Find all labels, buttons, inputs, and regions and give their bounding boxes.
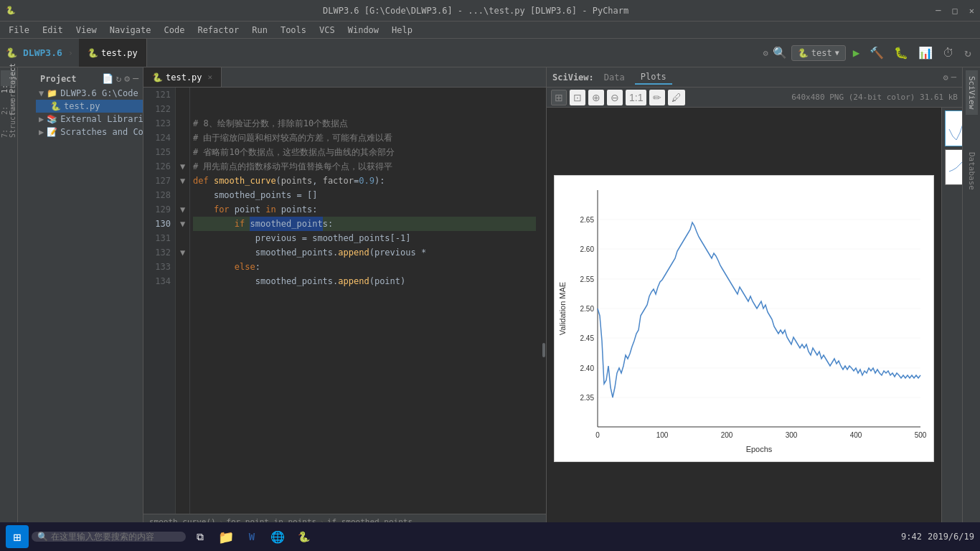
sciview-tab-data[interactable]: Data (598, 71, 631, 84)
menu-help[interactable]: Help (386, 24, 418, 37)
tab-filename: test.py (166, 72, 202, 83)
fold-130[interactable]: ▼ (176, 217, 189, 231)
img-btn-zoom-in[interactable]: ⊕ (588, 90, 604, 105)
coverage-button[interactable]: 📊 (915, 44, 936, 61)
line-124: 124 (148, 131, 171, 145)
thumbnail-2[interactable] (945, 149, 962, 185)
comment-123: # 8、绘制验证分数，排除前10个数据点 (193, 116, 348, 131)
fold-126[interactable]: ▼ (176, 159, 189, 174)
menu-tools[interactable]: Tools (275, 24, 312, 37)
vtab-database[interactable]: Database (966, 146, 978, 196)
pycharm-app[interactable]: 🐍 (292, 525, 315, 548)
tree-item-external[interactable]: ▶ 📚 External Libraries (36, 113, 143, 126)
fold-127[interactable]: ▼ (176, 174, 189, 188)
fold-132[interactable]: ▼ (176, 245, 189, 260)
menu-edit[interactable]: Edit (37, 24, 69, 37)
build-button[interactable]: 🔨 (867, 44, 887, 61)
line-126: 126 (148, 159, 171, 174)
activity-bar: 1: Project 2: Favorites 7: Structure (0, 67, 18, 529)
search-area: 🔍 (32, 532, 186, 542)
vcs-button[interactable]: ↻ (961, 44, 974, 61)
line-134: 134 (148, 274, 171, 288)
img-btn-edit2[interactable]: 🖊 (668, 90, 685, 105)
expand-arrow-ext: ▶ (39, 114, 44, 124)
line-130: 130 (148, 217, 171, 231)
chrome-app[interactable]: 🌐 (266, 525, 289, 548)
menu-view[interactable]: View (70, 24, 103, 37)
activity-structure[interactable]: 7: Structure (1, 110, 17, 126)
sync-icon[interactable]: ↻ (116, 73, 122, 84)
menu-window[interactable]: Window (342, 24, 385, 37)
menu-refactor[interactable]: Refactor (192, 24, 245, 37)
fold-134 (176, 274, 189, 288)
colon-129: : (312, 202, 317, 217)
x-axis-label: Epochs (746, 445, 773, 453)
ytick-255: 2.55 (580, 276, 595, 283)
editor-tab-testpy[interactable]: 🐍 test.py ✕ (143, 67, 222, 87)
sciview-tab-plots[interactable]: Plots (635, 70, 672, 85)
tree-item-scratches[interactable]: ▶ 📝 Scratches and Con (36, 126, 143, 138)
main-area: 1: Project 2: Favorites 7: Structure Pro… (0, 67, 980, 529)
menu-code[interactable]: Code (159, 24, 191, 37)
titlebar: 🐍 DLWP3.6 [G:\Code\DLWP3.6] - ...\test.p… (0, 0, 980, 22)
start-button[interactable]: ⊞ (6, 525, 29, 548)
menu-run[interactable]: Run (246, 24, 273, 37)
fold-121 (176, 88, 189, 102)
tree-item-dlwp[interactable]: ▼ 📁 DLWP3.6 G:\Code (36, 87, 143, 100)
img-btn-list[interactable]: ⊡ (570, 90, 585, 105)
vtab-sciview[interactable]: SciView (966, 70, 978, 115)
word-app[interactable]: W (240, 525, 263, 548)
dropdown-arrow: ▼ (835, 49, 839, 57)
project-logo: DLWP3.6 (23, 47, 62, 58)
search-everywhere-icon[interactable]: 🔍 (773, 46, 787, 60)
sciview-minimize-icon[interactable]: ─ (951, 72, 956, 83)
svg-rect-2 (946, 150, 962, 185)
indent-128 (193, 188, 214, 202)
debug-button[interactable]: 🐛 (891, 44, 911, 61)
img-btn-grid[interactable]: ⊞ (551, 90, 567, 105)
menu-file[interactable]: File (3, 24, 35, 37)
python-icon: 🐍 (88, 48, 98, 58)
close-button[interactable]: ✕ (969, 6, 974, 16)
code-line-122 (193, 102, 536, 116)
tree-label-testpy: test.py (64, 101, 100, 111)
img-btn-edit1[interactable]: ✏ (649, 90, 665, 105)
paren-127: ( (276, 174, 281, 188)
tree-item-testpy[interactable]: 🐍 test.py (36, 100, 143, 113)
line-121: 121 (148, 88, 171, 102)
thumbnail-1[interactable] (945, 110, 962, 146)
menu-navigate[interactable]: Navigate (104, 24, 157, 37)
fold-123 (176, 116, 189, 131)
var-smoothed-idx: smoothed_points (312, 231, 390, 245)
fold-133 (176, 260, 189, 274)
titlebar-title: DLWP3.6 [G:\Code\DLWP3.6] - ...\test.py … (16, 6, 936, 16)
img-btn-actual[interactable]: 1:1 (626, 90, 646, 105)
colon-130: : (328, 217, 333, 231)
sciview-settings-icon[interactable]: ⚙ (943, 72, 948, 83)
expand-arrow-scratch: ▶ (39, 127, 44, 137)
new-file-icon[interactable]: 📄 (102, 73, 113, 84)
settings-icon[interactable]: ⚙ (763, 48, 768, 58)
maximize-button[interactable]: □ (953, 6, 958, 16)
run-config-dropdown[interactable]: 🐍 test ▼ (791, 45, 846, 61)
toolbar-file-tab[interactable]: 🐍 test.py (79, 39, 147, 67)
taskbar-search-input[interactable] (51, 532, 180, 542)
comma-127: , (312, 174, 322, 188)
sciview-thumbnails: ✕ (941, 108, 962, 529)
explorer-app[interactable]: 📁 (215, 525, 237, 548)
editor-scrollbar[interactable] (539, 88, 546, 514)
fold-129[interactable]: ▼ (176, 202, 189, 217)
code-content[interactable]: # 8、绘制验证分数，排除前10个数据点 # 由于缩放问题和相对较高的方差，可能… (190, 88, 539, 514)
run-button[interactable]: ▶ (850, 44, 863, 61)
img-btn-zoom-out[interactable]: ⊖ (607, 90, 623, 105)
taskview-button[interactable]: ⧉ (189, 525, 212, 548)
profile-button[interactable]: ⏱ (940, 44, 957, 61)
menu-vcs[interactable]: VCS (314, 24, 341, 37)
py-icon-tab: 🐍 (152, 72, 163, 83)
collapse-icon[interactable]: ─ (133, 73, 138, 84)
minimize-button[interactable]: ─ (936, 6, 941, 16)
code-line-130[interactable]: if smoothed_points: (193, 217, 536, 231)
settings-icon-sidebar[interactable]: ⚙ (124, 73, 130, 84)
editor-tabs: 🐍 test.py ✕ (143, 67, 546, 88)
tab-close-icon[interactable]: ✕ (208, 72, 213, 82)
